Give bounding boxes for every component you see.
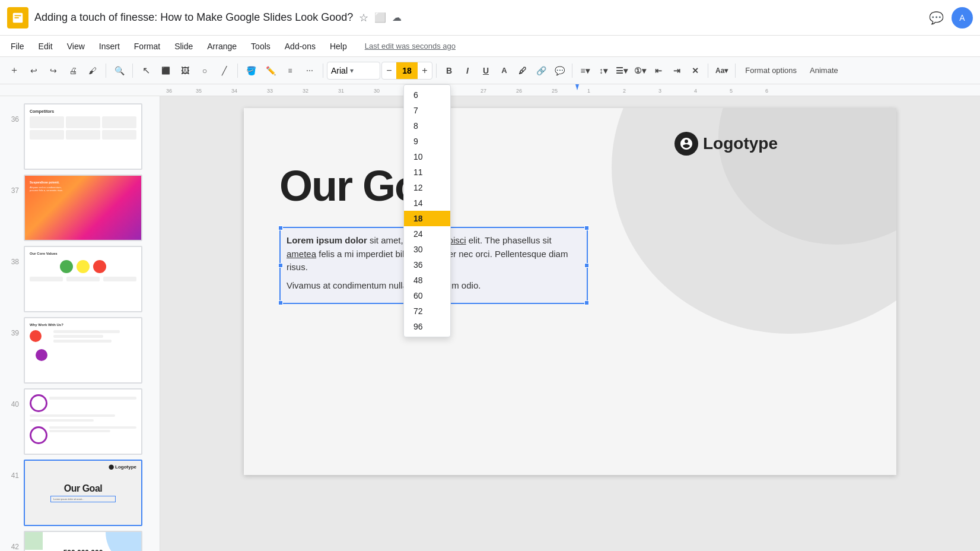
size-12[interactable]: 12 xyxy=(404,180,450,195)
ruler-svg: 36 35 34 33 32 31 30 29 28 27 26 25 1 2 … xyxy=(160,84,980,96)
slide-thumb-37[interactable]: Suspendisse potenti. Aliquam sed ex cond… xyxy=(24,175,142,241)
slide-thumb-36[interactable]: Competitors xyxy=(24,103,142,170)
add-button[interactable]: ＋ xyxy=(5,61,24,80)
size-7[interactable]: 7 xyxy=(404,103,450,118)
slide-item-39[interactable]: 39 Why Work With Us? xyxy=(0,315,160,386)
paint-format-button[interactable]: 🖌 xyxy=(83,61,102,80)
indent-increase-button[interactable]: ⇥ xyxy=(668,62,686,80)
border-color-button[interactable]: ✏️ xyxy=(261,61,280,80)
menu-file[interactable]: File xyxy=(5,39,30,53)
size-14[interactable]: 14 xyxy=(404,195,450,211)
svg-text:26: 26 xyxy=(516,88,522,94)
align-button[interactable]: ≡▾ xyxy=(576,62,594,80)
image-button[interactable]: 🖼 xyxy=(176,61,195,80)
menu-arrange[interactable]: Arrange xyxy=(201,39,243,53)
handle-bottom-left[interactable] xyxy=(278,300,283,305)
slide-item-41[interactable]: 41 ⬤ Logotype Our Goal Lorem ipsum dolor… xyxy=(0,457,160,528)
size-10[interactable]: 10 xyxy=(404,149,450,164)
highlight-button[interactable]: 🖊 xyxy=(514,62,532,80)
size-9[interactable]: 9 xyxy=(404,134,450,149)
slide-item-40[interactable]: 40 xyxy=(0,386,160,457)
size-48[interactable]: 48 xyxy=(404,273,450,288)
comment-button[interactable]: 💬 xyxy=(551,62,568,80)
handle-middle-right[interactable] xyxy=(584,263,589,268)
animate-button[interactable]: Animate xyxy=(804,62,844,80)
size-96[interactable]: 96 xyxy=(404,319,450,334)
menu-help[interactable]: Help xyxy=(324,39,353,53)
slide-thumb-39[interactable]: Why Work With Us? xyxy=(24,317,142,384)
cloud-icon[interactable]: ☁ xyxy=(392,12,402,23)
handle-top-right[interactable] xyxy=(584,226,589,230)
toolbar-group-left: ＋ ↩ ↪ 🖨 🖌 xyxy=(5,61,102,80)
size-18[interactable]: 18 xyxy=(404,211,450,226)
undo-button[interactable]: ↩ xyxy=(24,61,43,80)
slide-thumb-40[interactable] xyxy=(24,388,142,455)
slide-item-37[interactable]: 37 Suspendisse potenti. Aliquam sed ex c… xyxy=(0,172,160,243)
menu-slide[interactable]: Slide xyxy=(168,39,199,53)
present-icon[interactable]: ⬜ xyxy=(374,12,386,23)
slide-number-41: 41 xyxy=(5,460,19,480)
svg-marker-21 xyxy=(575,84,579,90)
size-60[interactable]: 60 xyxy=(404,288,450,303)
border-dash-button[interactable]: ⋯ xyxy=(300,61,319,80)
text-color-button[interactable]: A xyxy=(495,62,513,80)
divider-8 xyxy=(735,64,736,78)
menu-insert[interactable]: Insert xyxy=(93,39,126,53)
menu-edit[interactable]: Edit xyxy=(33,39,59,53)
size-72[interactable]: 72 xyxy=(404,303,450,319)
underline-button[interactable]: U xyxy=(477,62,495,80)
size-24[interactable]: 24 xyxy=(404,226,450,242)
italic-button[interactable]: I xyxy=(459,62,476,80)
slide-item-38[interactable]: 38 Our Core Values xyxy=(0,243,160,315)
font-size-increase-button[interactable]: + xyxy=(418,62,432,80)
numbered-list-button[interactable]: ①▾ xyxy=(631,62,649,80)
redo-button[interactable]: ↪ xyxy=(44,61,63,80)
slide-thumb-38[interactable]: Our Core Values xyxy=(24,246,142,312)
svg-text:30: 30 xyxy=(374,88,380,94)
handle-bottom-right[interactable] xyxy=(584,300,589,305)
account-button[interactable]: A xyxy=(952,7,973,28)
font-selector[interactable]: Arial ▾ xyxy=(327,62,380,80)
fill-color-button[interactable]: 🪣 xyxy=(241,61,260,80)
link-button[interactable]: 🔗 xyxy=(532,62,550,80)
handle-middle-left[interactable] xyxy=(278,263,283,268)
menu-format[interactable]: Format xyxy=(128,39,166,53)
size-11[interactable]: 11 xyxy=(404,164,450,180)
print-button[interactable]: 🖨 xyxy=(63,61,82,80)
border-weight-button[interactable]: ≡ xyxy=(281,61,300,80)
slide-item-36[interactable]: 36 Competitors xyxy=(0,101,160,172)
size-6[interactable]: 6 xyxy=(404,87,450,103)
menu-view[interactable]: View xyxy=(61,39,91,53)
canvas-area: Logotype Our Goal Lorem ipsum dolor sit … xyxy=(160,96,980,551)
comments-button[interactable]: 💬 xyxy=(925,7,947,28)
clear-format-button[interactable]: ✕ xyxy=(686,62,704,80)
main-area: 36 Competitors 37 xyxy=(0,96,980,551)
slide-item-42[interactable]: 42 500,000,000 Clients xyxy=(0,528,160,551)
slide-thumb-41[interactable]: ⬤ Logotype Our Goal Lorem ipsum dolor si… xyxy=(24,460,142,526)
line-spacing-button[interactable]: ↕▾ xyxy=(594,62,612,80)
menu-tools[interactable]: Tools xyxy=(245,39,276,53)
cursor-button[interactable]: ↖ xyxy=(136,61,155,80)
line-button[interactable]: ╱ xyxy=(215,61,234,80)
indent-decrease-button[interactable]: ⇤ xyxy=(650,62,667,80)
font-size-decrease-button[interactable]: − xyxy=(382,62,396,80)
star-icon[interactable]: ☆ xyxy=(359,11,368,24)
size-8[interactable]: 8 xyxy=(404,118,450,134)
handle-top-left[interactable] xyxy=(278,226,283,230)
size-36[interactable]: 36 xyxy=(404,257,450,273)
svg-text:33: 33 xyxy=(267,88,273,94)
bullet-list-button[interactable]: ☰▾ xyxy=(613,62,631,80)
shape-button[interactable]: ○ xyxy=(195,61,214,80)
svg-text:6: 6 xyxy=(765,88,768,94)
bold-button[interactable]: B xyxy=(440,62,458,80)
text-cursor-button[interactable]: ⬛ xyxy=(156,61,175,80)
font-name: Arial xyxy=(331,66,348,75)
style-button[interactable]: Aa▾ xyxy=(712,62,731,80)
zoom-button[interactable]: 🔍 xyxy=(110,61,129,80)
slide-thumb-42[interactable]: 500,000,000 Clients xyxy=(24,531,142,551)
menu-addons[interactable]: Add-ons xyxy=(279,39,322,53)
format-options-button[interactable]: Format options xyxy=(739,62,803,80)
font-size-input[interactable] xyxy=(396,62,418,79)
svg-text:27: 27 xyxy=(481,88,486,94)
size-30[interactable]: 30 xyxy=(404,242,450,257)
